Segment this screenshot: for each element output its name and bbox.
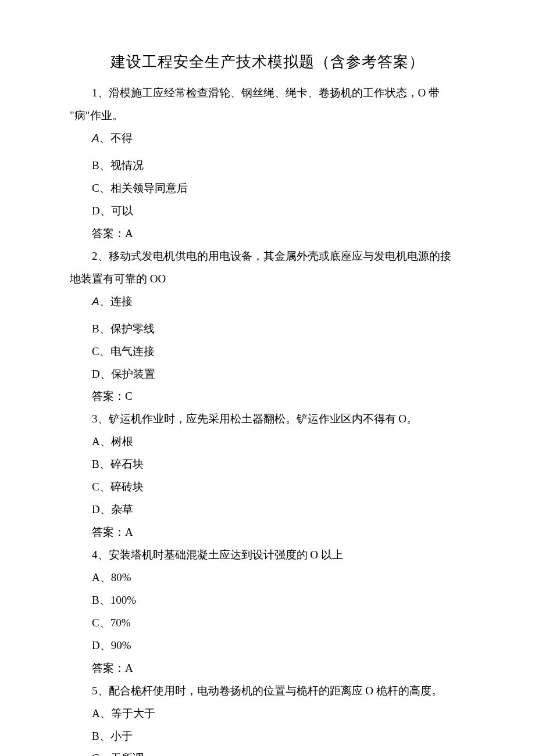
question-text: 配合桅杆使用时，电动卷扬机的位置与桅杆的距离应 O 桅杆的高度。 — [109, 685, 443, 697]
option-d: D、90% — [70, 635, 465, 657]
option-c: C、电气连接 — [70, 341, 465, 363]
option-d: D、可以 — [70, 200, 465, 223]
option-a: A、连接 — [70, 291, 465, 313]
question-stem: 2、移动式发电机供电的用电设备，其金属外壳或底座应与发电机电源的接 — [70, 245, 465, 268]
option-a: A、等于大于 — [70, 703, 465, 725]
option-c: C、碎砖块 — [70, 476, 465, 499]
question-number: 4、 — [92, 549, 109, 561]
page-title: 建设工程安全生产技术模拟题（含参考答案） — [70, 46, 465, 77]
question-text: 滑模施工应经常检查滑轮、钢丝绳、绳卡、卷扬机的工作状态，O 带 — [109, 87, 440, 99]
question-stem: 4、安装塔机时基础混凝土应达到设计强度的 O 以上 — [70, 544, 465, 567]
question-number: 3、 — [92, 413, 109, 425]
question-number: 2、 — [92, 250, 109, 262]
answer: 答案：A — [70, 521, 465, 544]
option-d: D、杂草 — [70, 499, 465, 521]
question-text: 移动式发电机供电的用电设备，其金属外壳或底座应与发电机电源的接 — [109, 250, 451, 262]
question-stem-cont: 地装置有可靠的 OO — [70, 268, 465, 291]
option-b: B、100% — [70, 589, 465, 612]
option-a: A、不得 — [70, 127, 465, 150]
question-stem: 5、配合桅杆使用时，电动卷扬机的位置与桅杆的距离应 O 桅杆的高度。 — [70, 680, 465, 703]
question-stem: 3、铲运机作业时，应先采用松土器翻松。铲运作业区内不得有 O。 — [70, 408, 465, 431]
question-text: 铲运机作业时，应先采用松土器翻松。铲运作业区内不得有 O。 — [109, 413, 418, 425]
option-b: B、保护零线 — [70, 318, 465, 341]
question-number: 5、 — [92, 685, 109, 697]
option-d: D、保护装置 — [70, 363, 465, 386]
answer: 答案：C — [70, 385, 465, 408]
option-c: C、无所谓 — [70, 747, 465, 756]
option-a: A、树根 — [70, 431, 465, 453]
option-c: C、相关领导同意后 — [70, 177, 465, 200]
option-a-text: 、不得 — [99, 132, 133, 144]
question-stem: 1、滑模施工应经常检查滑轮、钢丝绳、绳卡、卷扬机的工作状态，O 带 — [70, 82, 465, 105]
option-b: B、碎石块 — [70, 453, 465, 476]
option-a-label: A — [92, 132, 99, 144]
option-a-text: 、连接 — [99, 295, 133, 307]
question-number: 1、 — [92, 87, 109, 99]
answer: 答案：A — [70, 657, 465, 680]
answer: 答案：A — [70, 223, 465, 245]
option-a: A、80% — [70, 567, 465, 589]
option-c: C、70% — [70, 612, 465, 635]
question-stem-cont: "病"作业。 — [70, 105, 465, 127]
option-b: B、视情况 — [70, 155, 465, 177]
question-text: 安装塔机时基础混凝土应达到设计强度的 O 以上 — [109, 549, 343, 561]
option-b: B、小于 — [70, 725, 465, 748]
option-a-label: A — [92, 295, 99, 307]
